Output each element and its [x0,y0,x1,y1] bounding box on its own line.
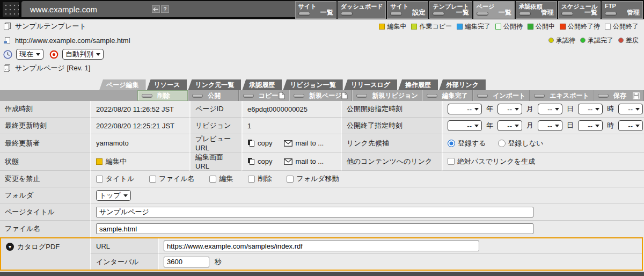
checkbox-icon [149,176,156,183]
status-editing-icon [96,158,103,165]
forbid-delete-checkbox[interactable]: 削除 [248,174,272,184]
publish-end-label: 公開終了指定時刻 [341,118,442,134]
catalog-pdf-section: ▾ カタログPDF URL インターバル 秒 [0,237,643,271]
document-icon [341,92,348,99]
publish-start-month-select[interactable]: -- [497,104,522,114]
tab-approval-history[interactable]: 承認履歴 [242,79,282,90]
catalog-url-label: URL [90,238,158,254]
back-arrow-icon [153,7,159,12]
app-logo-icon [1,1,20,18]
new-page-button[interactable]: 新規ページ [289,90,353,101]
edit-url-actions: copy mail to ... [241,152,341,171]
button-pill [192,94,203,98]
nav-approval-management[interactable]: 承認依頼管理 [516,1,557,19]
bottom-frame-bar [0,272,644,276]
tab-link-sources[interactable]: リンク元一覧 [188,79,241,90]
top-header: www.example.com ? サイト一覧 ダッシュボード サイト設定 テン… [0,0,644,19]
status-label: 状態 [0,152,90,171]
nav-schedule-list[interactable]: スケジュール一覧 [558,1,601,19]
save-button[interactable]: 保存 [594,90,644,101]
tab-release-log[interactable]: リリースログ [344,79,397,90]
copy-icon [247,139,255,147]
register-radio[interactable]: 登録する [448,139,486,148]
catalog-url-input[interactable] [164,241,479,251]
nav-dashboard[interactable]: ダッシュボード [338,1,386,19]
forbid-changes-label: 変更を禁止 [0,171,90,187]
absolute-path-checkbox[interactable]: 絶対パスでリンクを生成 [448,157,535,166]
publish-end-month-select[interactable]: -- [497,120,522,131]
edit-url-label: 編集画面URL [189,152,241,171]
chevron-down-icon [635,108,640,111]
nav-page-list[interactable]: ページ一覧 [473,1,515,19]
publish-button[interactable]: 公開 [188,90,238,101]
forbid-title-checkbox[interactable]: タイトル [96,174,134,184]
tab-revision-list[interactable]: リビジョン一覧 [283,79,342,90]
preview-url-label: プレビューURL [189,134,241,152]
forbid-folder-move-checkbox[interactable]: フォルダ移動 [287,174,339,184]
radio-off-icon [498,140,506,147]
file-name-label: ファイル名 [0,221,90,237]
nav-ftp-management[interactable]: FTP管理 [602,1,643,19]
nav-pill [605,12,617,16]
nav-pill [341,12,353,16]
radio-on-icon [448,140,455,147]
button-pill [534,94,545,98]
chevron-down-icon [515,125,519,127]
device-mode-select[interactable]: 自動判別 [62,49,104,60]
publish-start-day-select[interactable]: -- [538,104,562,114]
delete-button[interactable]: 削除 [137,90,188,101]
publish-start-year-select[interactable]: -- [448,104,482,114]
new-revision-button[interactable]: 新規リビジョン [352,90,422,101]
page-title-input[interactable] [96,207,533,217]
logout-button[interactable] [152,5,160,13]
chevron-down-icon [96,53,100,56]
file-name-input[interactable] [96,223,533,234]
preview-url-copy-link[interactable]: copy [247,139,272,147]
nav-site-list[interactable]: サイト一覧 [295,1,336,19]
publish-end-minute-select[interactable]: -- [618,120,643,131]
catalog-interval-input[interactable] [164,257,209,267]
publish-start-hour-select[interactable]: -- [578,104,603,114]
main-nav: サイト一覧 ダッシュボード サイト設定 テンプレート一覧 ページ一覧 承認依頼管… [295,1,643,19]
copy-button[interactable]: コピー [239,90,289,101]
folder-select[interactable]: トップ [96,190,131,201]
edit-complete-button[interactable]: 編集完了 [422,90,473,101]
page-title-field-cell [90,204,644,221]
edit-url-mail-link[interactable]: mail to ... [284,157,324,165]
publish-start-minute-select[interactable]: -- [618,104,643,114]
forbid-filename-checkbox[interactable]: ファイル名 [149,174,194,184]
created-value: 2022/08/20 11:26:52 JST [90,101,189,118]
publish-end-hour-select[interactable]: -- [578,120,603,131]
page-rev-icon [3,64,11,72]
nav-site-settings[interactable]: サイト設定 [387,1,428,19]
publish-end-value: --年 --月 --日 --時 --分 JST [442,118,644,134]
import-button[interactable]: インポート [473,90,530,101]
tab-resources[interactable]: リソース [147,79,187,90]
button-pill [427,94,437,98]
last-updater-label: 最終更新者 [0,134,90,152]
edit-url-copy-link[interactable]: copy [247,157,272,165]
document-icon [279,92,285,99]
legend-approval-done-icon [580,38,586,43]
publish-end-day-select[interactable]: -- [538,120,562,131]
chevron-down-icon [595,108,599,111]
tab-external-links[interactable]: 外部リンク [439,79,486,90]
export-button[interactable]: エキスポート [530,90,593,101]
nav-pill [298,12,310,16]
tab-page-edit[interactable]: ページ編集 [99,79,146,90]
revision-time-select[interactable]: 現在 [16,49,43,60]
action-toolbar: 削除 公開 コピー 新規ページ 新規リビジョン 編集完了 インポート エキスポー… [0,90,644,101]
publish-end-year-select[interactable]: -- [448,120,482,131]
interval-unit-label: 秒 [215,257,222,267]
revision-label: リビジョン [189,118,241,134]
collapse-toggle-icon[interactable]: ▾ [6,243,14,251]
preview-url-mail-link[interactable]: mail to ... [284,139,324,147]
forbid-edit-checkbox[interactable]: 編集 [209,174,233,184]
chevron-down-icon [635,125,640,127]
no-register-radio[interactable]: 登録しない [498,139,544,148]
tab-operation-history[interactable]: 操作履歴 [398,79,438,90]
help-button[interactable]: ? [161,5,169,13]
chevron-down-icon [515,108,519,111]
publish-start-value: --年 --月 --日 --時 --分 JST [442,101,644,118]
nav-template-list[interactable]: テンプレート一覧 [429,1,472,19]
